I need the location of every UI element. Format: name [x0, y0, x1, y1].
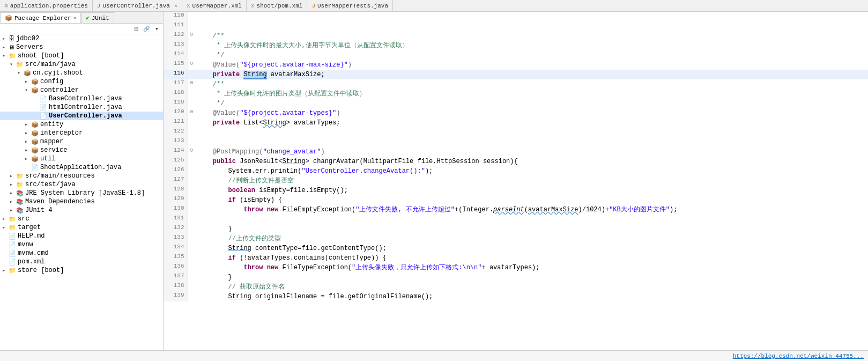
- line-number: 118: [164, 89, 188, 99]
- code-span: // 获取原始文件名: [197, 283, 285, 291]
- code-editor[interactable]: 110 111 112 ⊖ /**: [164, 12, 868, 350]
- sidebar-tab-package-explorer[interactable]: 📦 Package Explorer ✕: [0, 12, 81, 23]
- tab-usermappertests[interactable]: J UserMapperTests.java: [307, 0, 393, 11]
- fold-gutter[interactable]: ⊖: [188, 31, 195, 41]
- code-content[interactable]: /**: [195, 31, 868, 41]
- code-content[interactable]: @Value("${project.avatar-types}"): [195, 108, 868, 118]
- tree-item-target[interactable]: ▸ 📁 target: [0, 223, 163, 232]
- code-content[interactable]: }: [195, 224, 868, 234]
- java-icon2: J: [311, 3, 315, 9]
- code-content[interactable]: //判断上传文件是否空: [195, 176, 868, 186]
- code-content[interactable]: private String avatarMaxSize;: [195, 70, 868, 79]
- code-content[interactable]: [195, 21, 868, 31]
- tree-item-src[interactable]: ▸ 📁 src: [0, 215, 163, 223]
- code-span: JsonResult<String> changrAvatar(Multipar…: [236, 158, 518, 165]
- code-span: /**: [197, 32, 224, 40]
- sidebar-tab-junit[interactable]: ✔ JUnit: [81, 12, 114, 23]
- tree-item-service[interactable]: ▸ 📦 service: [0, 146, 163, 154]
- link-editor-button[interactable]: 🔗: [142, 25, 151, 33]
- code-content[interactable]: }: [195, 272, 868, 282]
- tree-item-controller[interactable]: ▾ 📦 controller: [0, 86, 163, 94]
- line-number: 114: [164, 50, 188, 60]
- tree-item-src-test-java[interactable]: ▸ 📁 src/test/java: [0, 180, 163, 189]
- code-content[interactable]: private List<String> avatarTypes;: [195, 118, 868, 128]
- fold-gutter[interactable]: ⊖: [188, 147, 195, 157]
- code-content[interactable]: [195, 128, 868, 137]
- tree-item-interceptor[interactable]: ▸ 📦 interceptor: [0, 129, 163, 137]
- tree-item-jre[interactable]: ▸ 📚 JRE System Library [JavaSE-1.8]: [0, 189, 163, 197]
- tree-item-store-boot[interactable]: ▸ 📁 store [boot]: [0, 266, 163, 275]
- tree-item-mvnw-cmd[interactable]: 📄 mvnw.cmd: [0, 249, 163, 257]
- code-content[interactable]: boolean isEmpty=file.isEmpty();: [195, 186, 868, 195]
- tree-item-junit4[interactable]: ▸ 📚 JUnit 4: [0, 206, 163, 215]
- line-number: 132: [164, 224, 188, 234]
- code-span: ): [321, 148, 324, 156]
- code-span: @Value(: [197, 109, 240, 117]
- tree-item-help[interactable]: 📄 HELP.md: [0, 232, 163, 240]
- tree-item-config[interactable]: ▸ 📦 config: [0, 77, 163, 86]
- code-content[interactable]: */: [195, 50, 868, 60]
- code-content[interactable]: public JsonResult<String> changrAvatar(M…: [195, 157, 868, 166]
- tab-usermapper-xml[interactable]: X UserMapper.xml: [182, 0, 247, 11]
- code-span: public: [197, 158, 236, 165]
- sidebar-tab-close-icon[interactable]: ✕: [73, 15, 76, 21]
- code-content[interactable]: if (isEmpty) {: [195, 195, 868, 205]
- line-number: 137: [164, 272, 188, 282]
- tree-item-entity[interactable]: ▸ 📦 entity: [0, 120, 163, 129]
- tree-arrow-maven: ▸: [10, 198, 16, 205]
- code-content[interactable]: // 获取原始文件名: [195, 282, 868, 292]
- code-content[interactable]: throw new FileEmptyException("上传文件失败, 不允…: [195, 205, 868, 215]
- tree-item-src-main-java[interactable]: ▾ 📁 src/main/java: [0, 60, 163, 69]
- tab-usercontroller[interactable]: J UserController.java ✕: [93, 0, 182, 11]
- tree-item-basecontroller[interactable]: 📄 BaseController.java: [0, 94, 163, 103]
- code-content[interactable]: [195, 137, 868, 147]
- table-row: 136 throw new FileTypeException("上传头像失败，…: [164, 263, 868, 272]
- tree-icon-junit4: 📚: [16, 207, 24, 214]
- fold-gutter[interactable]: ⊖: [188, 79, 195, 89]
- collapse-all-button[interactable]: ⊟: [132, 25, 140, 33]
- fold-gutter[interactable]: ⊖: [188, 108, 195, 118]
- code-content[interactable]: @PostMapping("change_avatar"): [195, 147, 868, 157]
- tree-item-mapper[interactable]: ▸ 📦 mapper: [0, 137, 163, 146]
- tree-icon-entity: 📦: [31, 121, 39, 128]
- tree-label-maven: Maven Dependencies: [25, 198, 95, 205]
- tree-item-servers[interactable]: ▸ 🖥 Servers: [0, 43, 163, 51]
- code-content[interactable]: System.err.println("UserController.chang…: [195, 166, 868, 176]
- tree-item-jdbc02[interactable]: ▸ 🗄 jdbc02: [0, 34, 163, 43]
- code-content[interactable]: /**: [195, 79, 868, 89]
- code-span: */: [197, 100, 224, 107]
- code-content[interactable]: */: [195, 99, 868, 108]
- tree-item-shoot-boot[interactable]: ▾ 📁 shoot [boot]: [0, 51, 163, 60]
- tree-icon-mapper: 📦: [31, 138, 39, 145]
- code-content[interactable]: throw new FileTypeException("上传头像失败，只允许上…: [195, 263, 868, 272]
- code-content[interactable]: @Value("${project.avatar-max-size}"): [195, 60, 868, 70]
- table-row: 117 ⊖ /**: [164, 79, 868, 89]
- tree-item-mvnw[interactable]: 📄 mvnw: [0, 240, 163, 249]
- status-link[interactable]: https://blog.csdn.net/weixin_44755...: [733, 353, 864, 359]
- tab-close-icon[interactable]: ✕: [174, 3, 177, 9]
- tree-item-cn-cyjt-shoot[interactable]: ▾ 📦 cn.cyjt.shoot: [0, 69, 163, 77]
- code-content[interactable]: //上传文件的类型: [195, 234, 868, 244]
- code-content[interactable]: [195, 12, 868, 21]
- tree-label-jre: JRE System Library [JavaSE-1.8]: [25, 189, 145, 197]
- tree-item-htmlcontroller[interactable]: 📄 htmlController.java: [0, 103, 163, 112]
- menu-button[interactable]: ▾: [152, 25, 161, 33]
- code-content[interactable]: * 上传头像文件时的最大大小,使用字节为单位（从配置文件读取）: [195, 41, 868, 50]
- package-explorer-icon: 📦: [5, 14, 12, 21]
- code-content[interactable]: [195, 215, 868, 224]
- fold-gutter[interactable]: ⊖: [188, 60, 195, 70]
- line-number: 117: [164, 79, 188, 89]
- tab-shoot-pom[interactable]: X shoot/pom.xml: [247, 0, 307, 11]
- tree-arrow-shootapp: [25, 165, 31, 171]
- code-content[interactable]: if (!avatarTypes.contains(contentType)) …: [195, 253, 868, 263]
- code-content[interactable]: String contentType=file.getContentType()…: [195, 244, 868, 253]
- tree-item-shootapp[interactable]: 📄 ShootApplication.java: [0, 163, 163, 172]
- tab-application-properties[interactable]: ⚙ application.properties: [0, 0, 93, 11]
- code-content[interactable]: * 上传头像时允许的图片类型（从配置文件中读取）: [195, 89, 868, 99]
- tree-item-pom[interactable]: 📄 pom.xml: [0, 257, 163, 266]
- tree-item-usercontroller[interactable]: 📄 UserController.java: [0, 112, 163, 120]
- tree-item-src-main-resources[interactable]: ▸ 📁 src/main/resources: [0, 172, 163, 180]
- tree-item-util[interactable]: ▸ 📦 util: [0, 154, 163, 163]
- tree-item-maven[interactable]: ▸ 📚 Maven Dependencies: [0, 197, 163, 206]
- code-content[interactable]: String originalFilename = file.getOrigin…: [195, 292, 868, 301]
